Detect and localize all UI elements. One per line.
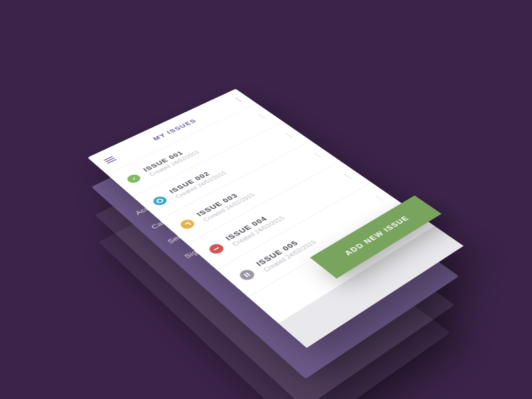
row-overflow-icon[interactable] (285, 133, 292, 138)
status-minus-icon (207, 242, 227, 255)
status-pause-icon (237, 268, 257, 282)
overflow-icon[interactable] (235, 98, 241, 102)
row-overflow-icon[interactable] (259, 114, 265, 118)
row-overflow-icon[interactable] (314, 153, 321, 158)
row-overflow-icon[interactable] (344, 174, 351, 178)
status-clock-icon (178, 218, 197, 231)
hamburger-icon[interactable] (104, 156, 116, 164)
status-ring-icon (150, 195, 169, 207)
status-check-icon (125, 173, 143, 184)
row-overflow-icon[interactable] (375, 196, 382, 201)
